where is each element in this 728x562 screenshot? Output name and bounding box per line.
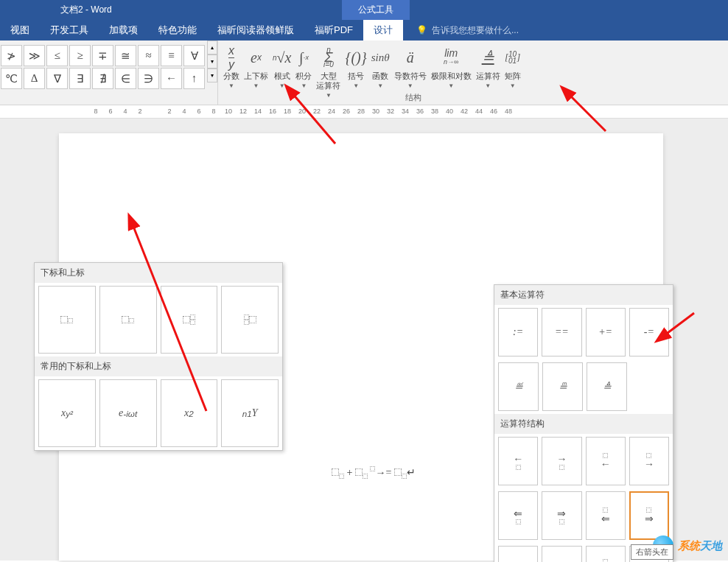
op-def[interactable]: ≝ [498, 362, 539, 411]
symbol-item[interactable]: ∃ [69, 68, 91, 89]
symbol-item[interactable]: ∇ [46, 68, 68, 89]
gallery-header: 常用的下标和上标 [35, 356, 282, 376]
scroll-more-icon[interactable]: ▾ [207, 69, 217, 82]
fraction-button[interactable]: xy 分数 ▼ [221, 43, 242, 105]
dropdown-arrow-icon: ▼ [377, 82, 383, 89]
dropdown-arrow-icon: ▼ [279, 82, 285, 89]
dropdown-arrow-icon: ▼ [326, 92, 332, 99]
presubsuperscript-template[interactable] [221, 286, 279, 354]
op-struct-dla[interactable]: ⇐ [498, 491, 538, 540]
horizontal-ruler[interactable]: 8642246810121416182022242628303234363840… [0, 105, 728, 119]
gallery-header: 下标和上标 [35, 263, 282, 283]
symbol-item[interactable]: ↑ [183, 68, 205, 89]
symbol-item[interactable]: ≥ [69, 45, 91, 66]
op-struct-ra[interactable]: → [542, 437, 581, 485]
common-script-2[interactable]: e-iωt [99, 379, 157, 447]
symbol-item[interactable]: ≤ [46, 45, 68, 66]
op-meq[interactable]: ≞ [542, 362, 583, 411]
common-script-3[interactable]: x2 [161, 379, 218, 447]
op-struct-dla2[interactable]: ⇐ [586, 491, 626, 540]
symbol-item[interactable]: Δ [24, 68, 45, 89]
symbols-scrollbar[interactable]: ▴ ▾ ▾ [207, 41, 217, 105]
op-struct-lra1[interactable]: ↔ [498, 546, 538, 562]
op-struct-lra2[interactable]: ↔ [542, 546, 581, 562]
contextual-tab-label: 公式工具 [358, 4, 393, 16]
sigma-icon: nΣi=0 [323, 43, 334, 71]
op-minus-equals[interactable]: -= [629, 308, 669, 356]
dropdown-arrow-icon: ▼ [407, 82, 413, 89]
symbol-item[interactable]: ∋ [138, 68, 159, 89]
tab-design[interactable]: 设计 [363, 20, 403, 41]
symbol-item[interactable]: ≯ [1, 45, 22, 66]
tab-addins[interactable]: 加载项 [99, 20, 148, 41]
fraction-icon: xy [228, 43, 234, 71]
tab-features[interactable]: 特色功能 [148, 20, 207, 41]
symbol-item[interactable]: ∄ [92, 68, 113, 89]
tab-foxit-preview[interactable]: 福昕阅读器领鲜版 [207, 20, 304, 41]
op-struct-la[interactable]: ← [498, 437, 538, 485]
limit-icon: limn→∞ [444, 43, 458, 71]
structures-group: xy 分数 ▼ ex 上下标 ▼ n√x 根式 ▼ ∫-x 积分 ▼ nΣi=0… [217, 41, 728, 105]
operator-icon: ≜ [482, 43, 494, 71]
op-struct-dra[interactable]: ⇒ [542, 491, 581, 540]
operator-button[interactable]: ≜ 运算符 ▼ [474, 43, 503, 105]
ribbon: ≯≫≤≥∓≅≈≡∀ ℃Δ∇∃∄∈∋←↑ ▴ ▾ ▾ xy 分数 ▼ ex 上下标… [0, 41, 728, 105]
title-bar: 文档2 - Word 公式工具 [0, 0, 728, 20]
contextual-tab-group: 公式工具 [342, 0, 410, 20]
dropdown-arrow-icon: ▼ [228, 82, 234, 89]
tab-developer[interactable]: 开发工具 [40, 20, 99, 41]
gallery-header: 运算符结构 [494, 414, 673, 434]
bracket-button[interactable]: {()} 括号 ▼ [343, 43, 368, 105]
symbol-item[interactable]: ≫ [24, 45, 45, 66]
subscript-template[interactable] [99, 286, 157, 354]
op-plus-equals[interactable]: += [586, 308, 626, 356]
integral-button[interactable]: ∫-x 积分 ▼ [293, 43, 314, 105]
function-icon: sinθ [371, 43, 390, 71]
dropdown-arrow-icon: ▼ [485, 82, 491, 89]
op-struct-lra3[interactable]: ↔ [586, 546, 626, 562]
scroll-up-icon[interactable]: ▴ [207, 41, 217, 55]
superscript-template[interactable] [38, 286, 96, 354]
matrix-button[interactable]: [1001] 矩阵 ▼ [503, 43, 523, 105]
tab-view[interactable]: 视图 [0, 20, 40, 41]
radical-button[interactable]: n√x 根式 ▼ [270, 43, 293, 105]
symbol-item[interactable]: ≡ [161, 45, 182, 66]
scroll-down-icon[interactable]: ▾ [207, 55, 217, 69]
function-button[interactable]: sinθ 函数 ▼ [369, 43, 392, 105]
script-gallery: 下标和上标 常用的下标和上标 xy² e-iωt x2 n1Y [34, 262, 283, 451]
op-struct-la2[interactable]: ← [586, 437, 626, 485]
script-button[interactable]: ex 上下标 ▼ [242, 43, 270, 105]
symbol-item[interactable]: ∓ [92, 45, 113, 66]
symbol-item[interactable]: ∈ [115, 68, 136, 89]
tell-me-search[interactable]: 💡 告诉我您想要做什么... [416, 24, 519, 37]
equation-content[interactable]: + →= ↵ [332, 466, 416, 480]
op-struct-dra2[interactable]: ⇒ 右箭头在 [629, 491, 669, 540]
dropdown-arrow-icon: ▼ [353, 82, 359, 89]
dropdown-arrow-icon: ▼ [510, 82, 516, 89]
symbol-item[interactable]: ≅ [115, 45, 136, 66]
op-delta-eq[interactable]: ≜ [587, 362, 627, 411]
common-script-4[interactable]: n1Y [221, 379, 279, 447]
lightbulb-icon: 💡 [416, 25, 427, 35]
matrix-icon: [1001] [505, 43, 520, 71]
dropdown-arrow-icon: ▼ [448, 82, 454, 89]
op-colon-equals[interactable]: := [498, 308, 538, 356]
symbol-item[interactable]: ∀ [183, 45, 205, 66]
symbol-item[interactable]: ℃ [1, 68, 22, 89]
largeop-button[interactable]: nΣi=0 大型 运算符 ▼ [314, 43, 343, 105]
common-script-1[interactable]: xy² [38, 379, 96, 447]
op-equals-equals[interactable]: == [542, 308, 581, 356]
tab-foxit-pdf[interactable]: 福昕PDF [304, 20, 363, 41]
tell-me-placeholder: 告诉我您想要做什么... [432, 24, 519, 37]
document-title: 文档2 - Word [60, 4, 112, 16]
gallery-header: 基本运算符 [494, 285, 673, 305]
dropdown-arrow-icon: ▼ [253, 82, 259, 89]
limit-button[interactable]: limn→∞ 极限和对数 ▼ [429, 43, 474, 105]
symbol-item[interactable]: ← [161, 68, 182, 89]
symbol-item[interactable]: ≈ [138, 45, 159, 66]
dropdown-arrow-icon: ▼ [301, 82, 307, 89]
op-struct-ra2[interactable]: → [629, 437, 669, 485]
script-icon: ex [251, 43, 262, 71]
symbols-group: ≯≫≤≥∓≅≈≡∀ ℃Δ∇∃∄∈∋←↑ [0, 41, 206, 105]
subsuperscript-template[interactable] [161, 286, 218, 354]
